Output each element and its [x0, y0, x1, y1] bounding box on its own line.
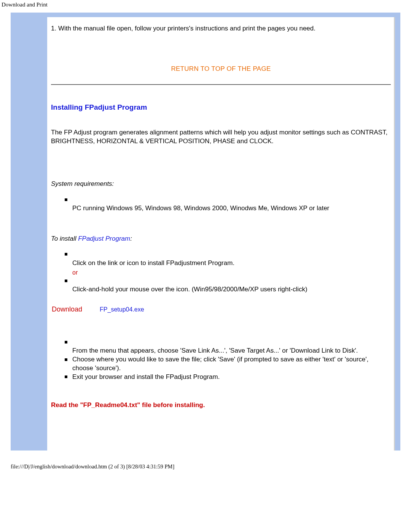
- or-text: or: [72, 268, 391, 277]
- readme-note: Read the "FP_Readme04.txt" file before i…: [51, 401, 391, 409]
- intro-paragraph: The FP Adjust program generates alignmen…: [51, 128, 391, 146]
- download-label: Download: [52, 305, 82, 313]
- list-item: Exit your browser and install the FPadju…: [65, 373, 391, 382]
- footer-file-path: file:///D|/J/english/download/download.h…: [0, 451, 411, 470]
- page-title: Download and Print: [0, 0, 411, 13]
- section-heading: Installing FPadjust Program: [51, 103, 391, 112]
- system-requirements-label: System requirements:: [51, 180, 391, 188]
- install-label-suffix: :: [130, 235, 132, 242]
- install-steps-list-a: Click on the link or icon to install FPa…: [51, 250, 391, 294]
- list-item: Click on the link or icon to install FPa…: [65, 250, 391, 276]
- content-panel: 1. With the manual file open, follow you…: [47, 17, 395, 451]
- list-item: From the menu that appears, choose 'Save…: [65, 338, 391, 355]
- install-steps-list-b: From the menu that appears, choose 'Save…: [51, 338, 391, 382]
- instruction-step-1: 1. With the manual file open, follow you…: [51, 25, 391, 32]
- download-row: Download FP_setup04.exe: [51, 305, 391, 313]
- frame-border: 1. With the manual file open, follow you…: [11, 13, 400, 451]
- list-item: Choose where you would like to save the …: [65, 355, 391, 373]
- return-to-top-link[interactable]: RETURN TO TOP OF THE PAGE: [51, 65, 391, 73]
- install-label-prefix: To install: [51, 235, 78, 242]
- list-item: PC running Windows 95, Windows 98, Windo…: [65, 195, 391, 213]
- divider: [51, 84, 391, 85]
- download-file-link[interactable]: FP_setup04.exe: [100, 306, 144, 313]
- fpadjust-program-link[interactable]: FPadjust Program: [78, 235, 130, 242]
- list-item: Click-and-hold your mouse over the icon.…: [65, 276, 391, 294]
- system-requirements-list: PC running Windows 95, Windows 98, Windo…: [51, 195, 391, 213]
- install-label: To install FPadjust Program:: [51, 235, 391, 243]
